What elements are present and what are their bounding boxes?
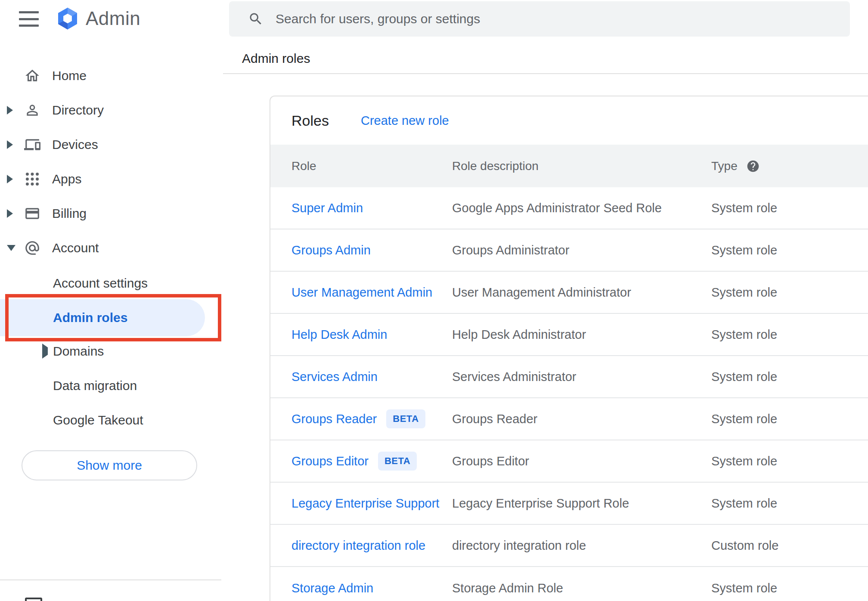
role-type: System role — [711, 201, 868, 215]
hamburger-icon — [19, 25, 39, 27]
role-type: System role — [711, 370, 868, 384]
sidebar-item-label: Apps — [52, 172, 81, 186]
home-icon — [24, 67, 41, 84]
beta-badge: BETA — [378, 452, 417, 471]
admin-logo: Admin — [55, 6, 140, 31]
sidebar-bottom-divider — [0, 579, 221, 580]
sidebar-item-label: Account — [52, 241, 99, 255]
role-link[interactable]: User Management Admin — [291, 285, 432, 300]
sidebar-item-devices[interactable]: Devices — [0, 127, 221, 162]
role-type: System role — [711, 243, 868, 257]
role-description: Services Administrator — [452, 370, 711, 384]
chevron-right-icon — [7, 106, 13, 115]
sidebar-item-label: Home — [52, 68, 87, 83]
column-header-type-label: Type — [711, 159, 738, 173]
role-description: Legacy Enterprise Support Role — [452, 496, 711, 511]
role-link[interactable]: Super Admin — [291, 201, 363, 215]
person-icon — [24, 102, 41, 119]
sidebar-item-label: Directory — [52, 103, 104, 118]
sidebar-item-account[interactable]: Account — [0, 231, 221, 265]
clipped-bottom-icon — [25, 598, 42, 601]
sidebar-item-label: Data migration — [53, 378, 137, 393]
column-header-description: Role description — [452, 159, 711, 173]
role-link[interactable]: Services Admin — [291, 370, 378, 384]
breadcrumb: Admin roles — [242, 51, 310, 66]
sidebar-item-admin-roles[interactable]: Admin roles — [0, 299, 205, 336]
admin-console-screen: Admin Home Directory Devices — [0, 0, 868, 601]
chevron-right-icon — [7, 140, 13, 149]
role-type: System role — [711, 412, 868, 426]
role-description: Storage Admin Role — [452, 581, 711, 595]
breadcrumb-divider — [223, 73, 868, 74]
sidebar: Admin Home Directory Devices — [0, 0, 221, 601]
column-header-type: Type — [711, 159, 868, 173]
table-row: Legacy Enterprise Support Legacy Enterpr… — [270, 483, 868, 525]
help-icon[interactable] — [746, 159, 760, 173]
menu-button[interactable] — [19, 11, 40, 27]
at-sign-icon — [24, 239, 41, 257]
chevron-right-icon — [7, 209, 13, 218]
show-more-button[interactable]: Show more — [22, 450, 197, 480]
sidebar-item-label: Account settings — [53, 276, 148, 291]
sidebar-item-google-takeout[interactable]: Google Takeout — [0, 403, 221, 437]
role-description: Help Desk Administrator — [452, 328, 711, 342]
hamburger-icon — [19, 18, 39, 20]
role-type: System role — [711, 454, 868, 468]
roles-card-header: Roles Create new role — [270, 96, 868, 145]
chevron-right-icon — [42, 344, 48, 359]
table-row: Super Admin Google Apps Administrator Se… — [270, 187, 868, 229]
sidebar-item-label: Billing — [52, 206, 87, 221]
chevron-down-icon — [7, 245, 16, 251]
role-type: System role — [711, 496, 868, 511]
role-link[interactable]: Groups Admin — [291, 243, 371, 257]
role-description: directory integration role — [452, 539, 711, 553]
role-link[interactable]: Help Desk Admin — [291, 328, 387, 342]
devices-icon — [24, 136, 41, 153]
table-row: Services Admin Services Administrator Sy… — [270, 356, 868, 398]
sidebar-item-label: Devices — [52, 137, 98, 152]
role-link[interactable]: directory integration role — [291, 539, 425, 553]
role-type: Custom role — [711, 539, 868, 553]
table-header-row: Role Role description Type — [270, 145, 868, 187]
role-description: Groups Administrator — [452, 243, 711, 257]
sidebar-header: Admin — [0, 0, 221, 39]
role-description: Groups Reader — [452, 412, 711, 426]
sidebar-item-account-settings[interactable]: Account settings — [0, 266, 221, 300]
table-row: Groups Reader BETA Groups Reader System … — [270, 398, 868, 440]
column-header-role: Role — [291, 159, 452, 173]
chevron-right-icon — [7, 175, 13, 183]
sidebar-item-label: Domains — [53, 344, 104, 359]
page-title: Roles — [291, 112, 329, 129]
search-icon — [248, 11, 264, 27]
sidebar-item-home[interactable]: Home — [0, 59, 221, 93]
hamburger-icon — [19, 11, 39, 13]
role-link[interactable]: Groups Reader — [291, 412, 377, 426]
search-input[interactable] — [276, 12, 850, 26]
table-row: Storage Admin Storage Admin Role System … — [270, 567, 868, 601]
sidebar-item-label: Admin roles — [53, 310, 127, 325]
sidebar-item-billing[interactable]: Billing — [0, 196, 221, 231]
role-link[interactable]: Groups Editor — [291, 454, 369, 468]
create-new-role-link[interactable]: Create new role — [361, 114, 449, 128]
role-type: System role — [711, 581, 868, 595]
apps-grid-icon — [24, 170, 41, 188]
admin-hexagon-logo-icon — [55, 6, 80, 31]
sidebar-item-label: Google Takeout — [53, 413, 143, 428]
role-link[interactable]: Legacy Enterprise Support — [291, 496, 439, 511]
table-row: Groups Editor BETA Groups Editor System … — [270, 440, 868, 483]
role-description: Google Apps Administrator Seed Role — [452, 201, 711, 215]
roles-card: Roles Create new role Role Role descript… — [270, 96, 868, 601]
search-bar[interactable] — [229, 1, 850, 37]
table-row: Groups Admin Groups Administrator System… — [270, 229, 868, 272]
role-link[interactable]: Storage Admin — [291, 581, 373, 595]
credit-card-icon — [24, 205, 41, 222]
sidebar-item-domains[interactable]: Domains — [0, 334, 221, 369]
table-row: directory integration role directory int… — [270, 525, 868, 567]
role-description: Groups Editor — [452, 454, 711, 468]
beta-badge: BETA — [386, 409, 425, 428]
sidebar-item-directory[interactable]: Directory — [0, 93, 221, 127]
role-type: System role — [711, 328, 868, 342]
role-type: System role — [711, 285, 868, 300]
sidebar-item-apps[interactable]: Apps — [0, 162, 221, 196]
sidebar-item-data-migration[interactable]: Data migration — [0, 369, 221, 403]
